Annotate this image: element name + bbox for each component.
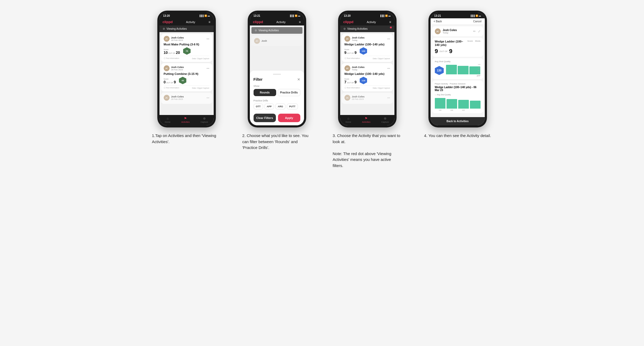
activity-card-p3-1[interactable]: JC Josh Coles Today ••• Wedge Ladder (10… xyxy=(342,34,393,62)
description-2: 2. Choose what you'd like to see. You ca… xyxy=(242,133,312,151)
filter-show-buttons: Rounds Practice Drills xyxy=(254,89,300,96)
activity-card-3[interactable]: JC Josh Coles 28 Feb 2023 ••• xyxy=(161,93,212,104)
card-footer-left-2: ⓘ Test Information xyxy=(164,87,179,89)
nav-item-capture-3[interactable]: ⊕ Capture xyxy=(381,117,389,123)
avatar-p3-1: JC xyxy=(344,36,350,42)
expand-icon[interactable]: ⤢ xyxy=(478,29,481,33)
app-header-3: clippd Activity ≡ xyxy=(340,18,394,25)
nav-item-activities-3[interactable]: ⚑ Activities xyxy=(362,117,371,123)
hamburger-icon-3[interactable]: ≡ xyxy=(389,20,391,24)
filter-icon-3: ⚙ xyxy=(343,27,346,30)
bottom-nav-3: ⌂ Home ⚑ Activities ⊕ Capture xyxy=(340,115,394,125)
app-title-1: Activity xyxy=(186,20,195,24)
activity-card-2[interactable]: JC Josh Coles 28 Feb 2023 ••• Putting Co… xyxy=(161,63,212,91)
viewing-activities-bar-1[interactable]: ⚙ Viewing Activities xyxy=(159,25,214,32)
card-header-2: JC Josh Coles 28 Feb 2023 ••• xyxy=(164,65,209,71)
card-user-date-3: 28 Feb 2023 xyxy=(171,98,205,100)
card-menu-dots-p3-1[interactable]: ••• xyxy=(387,37,390,40)
filter-icon-bg: ⚙ xyxy=(255,29,257,32)
card-menu-dots-1[interactable]: ••• xyxy=(207,37,209,40)
nav-item-home-3[interactable]: ⌂ Home xyxy=(346,117,351,123)
card-user-info-p3-3: Josh Coles 28 Feb 2023 xyxy=(352,95,386,100)
blurred-viewing-text: Viewing Activities xyxy=(259,29,279,32)
nav-item-capture-1[interactable]: ⊕ Capture xyxy=(201,117,208,123)
description-4: 4. You can then see the Activity detail. xyxy=(424,133,491,139)
card-header-3: JC Josh Coles 28 Feb 2023 ••• xyxy=(164,95,209,101)
arg-drill-button[interactable]: ARG xyxy=(275,104,285,109)
app-drill-button[interactable]: APP xyxy=(264,104,274,109)
clear-filters-button[interactable]: Clear Filters xyxy=(254,114,276,122)
status-icons-2: ▐▐▐ 🛜 ▬ xyxy=(289,15,300,17)
activity-card-p3-3[interactable]: JC Josh Coles 28 Feb 2023 ••• xyxy=(342,93,393,104)
card-menu-dots-p3-2[interactable]: ••• xyxy=(387,67,390,70)
filter-modal: Filter ✕ Show Rounds Practice Drills Pra… xyxy=(250,71,304,125)
app-header-2: clippd Activity ≡ xyxy=(250,18,304,25)
card-user-info-p3-1: Josh Coles Today xyxy=(352,36,386,41)
card-header-1: JC Josh Coles 28 Feb 2023 ••• xyxy=(164,36,209,42)
session-bar-4 xyxy=(470,101,481,109)
score-of-label: OUT OF xyxy=(440,50,448,53)
avg-shot-quality-card: Avg Shot Quality 130 xyxy=(432,58,483,79)
activity-card-p3-2[interactable]: JC Josh Coles Today ••• Wedge Ladder (10… xyxy=(342,63,393,91)
wifi-icon-2: 🛜 xyxy=(295,15,297,17)
wifi-icon-3: 🛜 xyxy=(385,15,388,17)
nav-home-label-3: Home xyxy=(346,121,351,123)
session-bars xyxy=(435,97,481,109)
nav-item-home-1[interactable]: ⌂ Home xyxy=(165,117,170,123)
card-footer-left-p3-2: ⓘ Test Information xyxy=(344,87,360,89)
card-menu-dots-2[interactable]: ••• xyxy=(207,67,209,70)
score-label-1: Score xyxy=(164,49,180,50)
card-stats-p3-1: Score 9 OUT OF 9 130 xyxy=(344,47,390,55)
filter-title: Filter xyxy=(254,77,263,82)
card-menu-dots-p3-3[interactable]: ••• xyxy=(387,96,390,99)
card-footer-right-2: Data: Clippd Capture xyxy=(192,87,209,89)
stat-cols: Score Shots xyxy=(467,40,480,42)
score-value-2: 0 OUT OF 9 xyxy=(164,80,176,84)
blurred-card-header: JC Josh xyxy=(254,38,300,44)
filter-action-buttons: Clear Filters Apply xyxy=(254,114,300,122)
viewing-activities-bar-3[interactable]: ⚙ Viewing Activities xyxy=(340,25,394,32)
hamburger-icon-2[interactable]: ≡ xyxy=(299,20,301,24)
score-big-value: 9 xyxy=(435,48,438,55)
status-icons-3: ▐▐▐ 🛜 ▬ xyxy=(380,15,390,17)
bar-label-4: · xyxy=(470,109,481,111)
blurred-avatar: JC xyxy=(254,38,260,44)
signal-icon-3: ▐▐▐ xyxy=(380,15,384,17)
filter-close-button[interactable]: ✕ xyxy=(297,77,300,82)
avatar-2: JC xyxy=(164,65,170,71)
status-time-3: 13:20 xyxy=(344,14,351,17)
back-button[interactable]: < Back xyxy=(434,20,442,23)
y-label-0: 0 xyxy=(478,73,480,74)
score-label-p3-1: Score xyxy=(344,49,357,50)
card-user-name-2: Josh Coles xyxy=(171,66,205,69)
chart-content: 130 140 1 xyxy=(435,64,481,77)
filter-icon-1: ⚙ xyxy=(163,27,165,30)
apply-button[interactable]: Apply xyxy=(278,114,300,122)
chart-bar-1 xyxy=(446,65,457,74)
chart-bars-container: 140 100 50 0 APP xyxy=(446,64,481,77)
card-footer-right-1: Data: Clippd Capture xyxy=(192,58,209,59)
app-header-1: clippd Activity ≡ xyxy=(159,18,214,25)
score-value-p3-1: 9 OUT OF 9 xyxy=(344,50,357,55)
card-footer-left-1: ⓘ Test Information xyxy=(164,57,179,60)
practice-drills-button[interactable]: Practice Drills xyxy=(278,89,300,96)
hamburger-icon-1[interactable]: ≡ xyxy=(208,20,210,24)
card-footer-1: ⓘ Test Information Data: Clippd Capture xyxy=(164,56,209,60)
back-to-activities-button[interactable]: Back to Activities xyxy=(431,117,485,125)
filter-overlay: ⚙ Viewing Activities JC Josh xyxy=(250,25,304,125)
card-menu-dots-3[interactable]: ••• xyxy=(207,96,209,99)
nav-item-activities-1[interactable]: ⚑ Activities xyxy=(181,117,190,123)
putt-drill-button[interactable]: PUTT xyxy=(287,104,298,109)
card-user-name-p3-3: Josh Coles xyxy=(352,95,386,98)
activities-icon-1: ⚑ xyxy=(184,117,187,120)
battery-icon: ▬ xyxy=(208,15,210,17)
avatar-p3-2: JC xyxy=(344,65,350,71)
cancel-button[interactable]: Cancel xyxy=(473,20,481,23)
show-section-title: Show xyxy=(254,85,300,87)
edit-icon[interactable]: ✏ xyxy=(473,29,476,33)
ott-drill-button[interactable]: OTT xyxy=(254,104,263,109)
signal-icon-2: ▐▐▐ xyxy=(289,15,294,17)
activity-card-1[interactable]: JC Josh Coles 28 Feb 2023 ••• Must Make … xyxy=(161,34,212,62)
rounds-button[interactable]: Rounds xyxy=(254,89,276,96)
chart-y-labels: 140 100 50 0 xyxy=(478,64,480,74)
